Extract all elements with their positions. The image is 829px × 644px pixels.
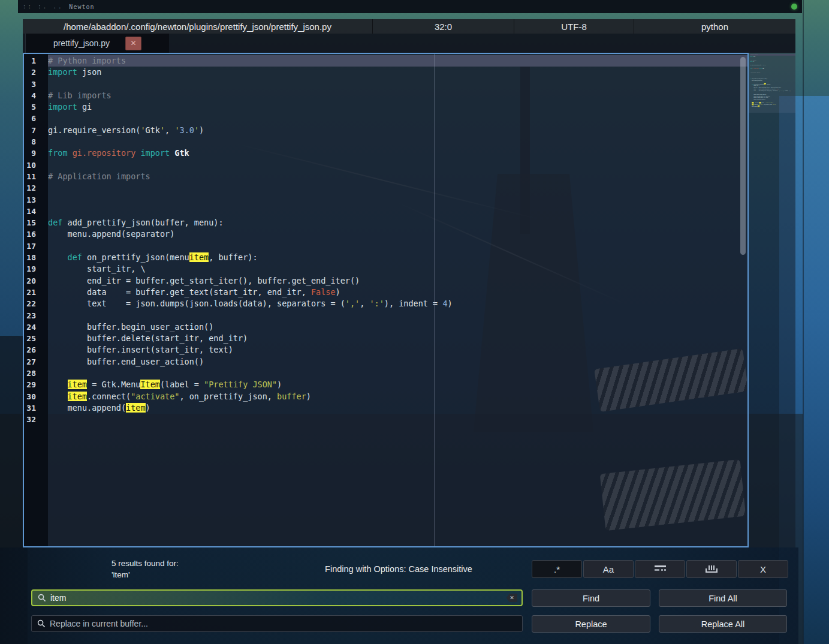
code-line[interactable]: def on_prettify_json(menuitem, buffer): xyxy=(48,252,747,263)
line-number: 11 xyxy=(24,171,48,182)
whole-word-toggle-button[interactable] xyxy=(686,560,737,578)
results-query-text: 'item' xyxy=(111,569,179,580)
line-number: 15 xyxy=(24,217,48,228)
list-lines-icon xyxy=(655,565,666,573)
line-number: 1 xyxy=(24,55,48,67)
code-line[interactable]: gi.require_version('Gtk', '3.0') xyxy=(48,125,747,136)
tab-label: prettify_json.py xyxy=(53,38,110,48)
close-find-panel-button[interactable]: X xyxy=(738,560,788,578)
line-number: 18 xyxy=(24,252,48,263)
code-line[interactable]: text = json.dumps(json.loads(data), sepa… xyxy=(48,298,747,309)
replace-input[interactable] xyxy=(32,616,522,631)
code-line[interactable]: # Application imports xyxy=(48,171,747,182)
line-number: 16 xyxy=(24,228,48,240)
code-line[interactable]: end_itr = buffer.get_start_iter(), buffe… xyxy=(48,275,747,287)
find-replace-panel: 5 results found for: 'item' Finding with… xyxy=(0,547,798,644)
line-number: 25 xyxy=(24,333,48,344)
code-line[interactable] xyxy=(48,206,747,217)
green-status-dot-icon xyxy=(791,4,797,10)
line-number: 29 xyxy=(24,379,48,390)
code-line: text = json.dumps(json.loads(data), sepa… xyxy=(750,90,795,92)
statusbar: /home/abaddon/.config/newton/plugins/pre… xyxy=(23,19,795,34)
line-number: 27 xyxy=(24,356,48,368)
code-line[interactable] xyxy=(48,79,747,90)
window-titlebar: :: :. .. Newton xyxy=(18,0,802,13)
code-line[interactable]: start_itr, \ xyxy=(48,263,747,275)
line-number: 32 xyxy=(24,414,48,425)
replace-all-button[interactable]: Replace All xyxy=(659,615,787,633)
code-line[interactable]: buffer.end_user_action() xyxy=(48,356,747,368)
replace-button[interactable]: Replace xyxy=(532,615,650,633)
right-margin-guide xyxy=(434,54,435,546)
minimap[interactable]: # Python importsimport json# Lib imports… xyxy=(749,53,795,547)
line-number: 21 xyxy=(24,287,48,298)
statusbar-language: python xyxy=(634,19,795,34)
code-line[interactable]: buffer.insert(start_itr, text) xyxy=(48,344,747,356)
results-count-text: 5 results found for: xyxy=(111,558,179,569)
code-line[interactable] xyxy=(48,240,747,252)
code-line[interactable]: data = buffer.get_text(start_itr, end_it… xyxy=(48,287,747,298)
code-line[interactable] xyxy=(48,182,747,194)
search-results-summary: 5 results found for: 'item' xyxy=(111,558,179,580)
code-line[interactable]: buffer.begin_user_action() xyxy=(48,321,747,333)
code-line[interactable] xyxy=(48,136,747,148)
line-number: 19 xyxy=(24,263,48,275)
replace-field-wrap xyxy=(31,615,523,632)
line-number: 24 xyxy=(24,321,48,333)
find-button[interactable]: Find xyxy=(532,589,650,607)
line-number: 22 xyxy=(24,298,48,309)
code-line[interactable]: import gi xyxy=(48,101,747,113)
line-number: 8 xyxy=(24,136,48,148)
code-line[interactable] xyxy=(48,368,747,379)
line-number: 13 xyxy=(24,194,48,206)
tab-bar: prettify_json.py ✕ xyxy=(23,34,795,53)
line-number: 20 xyxy=(24,275,48,287)
line-number: 4 xyxy=(24,90,48,101)
line-number: 6 xyxy=(24,113,48,124)
statusbar-encoding: UTF-8 xyxy=(514,19,634,34)
line-number: 9 xyxy=(24,148,48,159)
editor-scrollbar[interactable] xyxy=(740,57,746,255)
line-number: 3 xyxy=(24,79,48,90)
code-line[interactable] xyxy=(48,194,747,206)
whole-word-icon xyxy=(706,565,718,573)
line-number: 17 xyxy=(24,240,48,252)
tab-prettify-json[interactable]: prettify_json.py ✕ xyxy=(25,34,169,53)
code-line[interactable]: item.connect("activate", on_prettify_jso… xyxy=(48,391,747,402)
code-line[interactable] xyxy=(48,113,747,124)
find-all-button[interactable]: Find All xyxy=(659,589,787,607)
code-line[interactable]: buffer.delete(start_itr, end_itr) xyxy=(48,333,747,344)
code-line[interactable]: from gi.repository import Gtk xyxy=(48,148,747,159)
line-number-gutter: 1234567891011121314151617181920212223242… xyxy=(24,54,48,546)
code-line[interactable]: # Lib imports xyxy=(48,90,747,101)
line-number: 31 xyxy=(24,402,48,414)
highlight-lines-toggle-button[interactable] xyxy=(635,560,685,578)
line-number: 28 xyxy=(24,368,48,379)
code-line[interactable] xyxy=(48,160,747,171)
statusbar-file-path: /home/abaddon/.config/newton/plugins/pre… xyxy=(23,19,373,34)
code-line[interactable]: item = Gtk.MenuItem(label = "Prettify JS… xyxy=(48,379,747,390)
code-line[interactable]: def add_prettify_json(buffer, menu): xyxy=(48,217,747,228)
code-lines: # Python importsimport json# Lib imports… xyxy=(48,55,747,426)
line-number: 10 xyxy=(24,160,48,171)
code-area[interactable]: # Python importsimport json# Lib imports… xyxy=(48,54,747,546)
line-number: 30 xyxy=(24,391,48,402)
line-number: 26 xyxy=(24,344,48,356)
code-editor[interactable]: 1234567891011121314151617181920212223242… xyxy=(23,53,749,547)
statusbar-cursor-position: 32:0 xyxy=(373,19,514,34)
code-line[interactable] xyxy=(48,414,747,425)
code-line[interactable] xyxy=(48,310,747,321)
code-line xyxy=(750,107,795,109)
tab-close-button[interactable]: ✕ xyxy=(125,37,141,50)
case-sensitive-toggle-button[interactable]: Aa xyxy=(583,560,634,578)
regex-toggle-button[interactable]: .* xyxy=(532,560,582,578)
line-number: 14 xyxy=(24,206,48,217)
code-line[interactable]: menu.append(item) xyxy=(48,402,747,414)
line-number: 5 xyxy=(24,101,48,113)
code-line[interactable]: menu.append(separator) xyxy=(48,228,747,240)
search-input[interactable] xyxy=(32,591,521,605)
code-line[interactable]: # Python imports xyxy=(48,55,747,67)
code-line[interactable]: import json xyxy=(48,67,747,78)
line-number: 23 xyxy=(24,310,48,321)
line-number: 12 xyxy=(24,182,48,194)
